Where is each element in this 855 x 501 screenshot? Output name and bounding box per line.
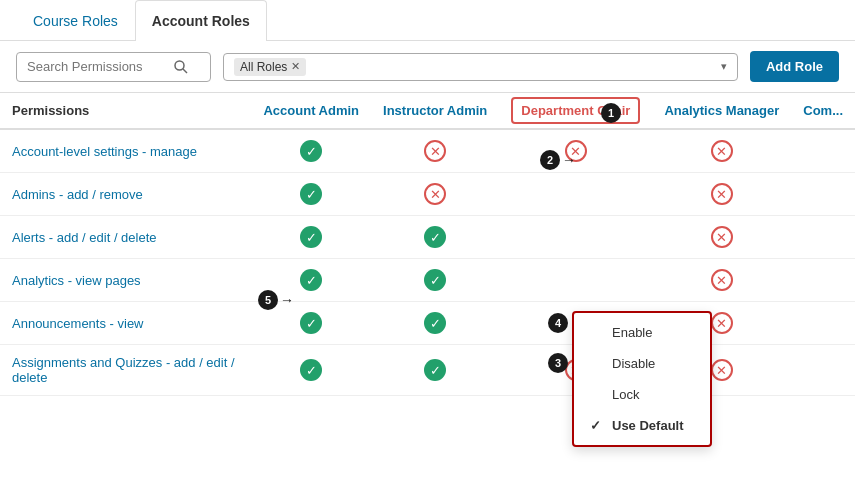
svg-line-1 [183, 69, 187, 73]
cell-ia-1[interactable]: ✕ [371, 173, 499, 216]
red-x-icon: ✕ [711, 359, 733, 381]
cell-ia-0[interactable]: ✕ [371, 129, 499, 173]
arrow-2-icon: → [562, 152, 576, 168]
table-row: Assignments and Quizzes - add / edit / d… [0, 345, 855, 396]
perm-link[interactable]: Analytics - view pages [12, 273, 141, 288]
green-check-icon: ✓ [300, 183, 322, 205]
dropdown-item-use-default[interactable]: ✓ Use Default [574, 410, 710, 441]
perm-link[interactable]: Assignments and Quizzes - add / edit / d… [12, 355, 235, 385]
tab-account-roles[interactable]: Account Roles [135, 0, 267, 41]
cell-am-3[interactable]: ✕ [652, 259, 791, 302]
col-header-instructor-admin[interactable]: Instructor Admin [371, 93, 499, 129]
checkmark-icon: ✓ [590, 418, 606, 433]
callout-badge-2: 2 → [540, 150, 576, 170]
callout-badge-1: 1 [601, 103, 621, 123]
permissions-table-container: Permissions Account Admin Instructor Adm… [0, 93, 855, 482]
cell-dc-3 [499, 259, 652, 302]
red-x-icon: ✕ [711, 183, 733, 205]
tab-course-roles[interactable]: Course Roles [16, 0, 135, 41]
green-check-icon: ✓ [300, 312, 322, 334]
dropdown-item-enable[interactable]: Enable [574, 317, 710, 348]
table-row: Alerts - add / edit / delete ✓ ✓ ✕ [0, 216, 855, 259]
table-row: Account-level settings - manage ✓ ✕ ✕ ✕ [0, 129, 855, 173]
toolbar: All Roles ✕ ▾ Add Role [0, 41, 855, 93]
col-header-dept-chair[interactable]: Department Chair [499, 93, 652, 129]
green-check-icon: ✓ [424, 269, 446, 291]
cell-aa-5[interactable]: ✓ [251, 345, 371, 396]
green-check-icon: ✓ [424, 226, 446, 248]
cell-dc-1 [499, 173, 652, 216]
top-tabs: Course Roles Account Roles [0, 0, 855, 41]
cell-aa-0[interactable]: ✓ [251, 129, 371, 173]
arrow-5-icon: → [280, 292, 294, 308]
cell-co-1 [791, 173, 855, 216]
perm-link[interactable]: Alerts - add / edit / delete [12, 230, 157, 245]
cell-aa-1[interactable]: ✓ [251, 173, 371, 216]
context-dropdown-menu: Enable Disable Lock ✓ Use Default [572, 311, 712, 447]
green-check-icon: ✓ [424, 359, 446, 381]
col-header-permissions: Permissions [0, 93, 251, 129]
col-header-comp[interactable]: Com... [791, 93, 855, 129]
green-check-icon: ✓ [424, 312, 446, 334]
cell-ia-3[interactable]: ✓ [371, 259, 499, 302]
add-role-button[interactable]: Add Role [750, 51, 839, 82]
green-check-icon: ✓ [300, 359, 322, 381]
search-icon [173, 59, 189, 75]
red-x-icon: ✕ [711, 312, 733, 334]
filter-chips[interactable]: All Roles ✕ ▾ [223, 53, 738, 81]
all-roles-chip: All Roles ✕ [234, 58, 306, 76]
svg-point-0 [175, 61, 184, 70]
search-input[interactable] [27, 59, 167, 74]
table-row: Analytics - view pages ✓ ✓ ✕ [0, 259, 855, 302]
permissions-table: Permissions Account Admin Instructor Adm… [0, 93, 855, 396]
red-x-icon: ✕ [711, 226, 733, 248]
chip-remove-icon[interactable]: ✕ [291, 60, 300, 73]
dropdown-item-lock[interactable]: Lock [574, 379, 710, 410]
callout-badge-5: 5 → [258, 290, 294, 310]
dropdown-item-disable[interactable]: Disable [574, 348, 710, 379]
cell-am-2[interactable]: ✕ [652, 216, 791, 259]
callout-badge-3: 3 [548, 353, 568, 373]
red-x-icon: ✕ [711, 140, 733, 162]
cell-am-1[interactable]: ✕ [652, 173, 791, 216]
cell-aa-2[interactable]: ✓ [251, 216, 371, 259]
cell-co-3 [791, 259, 855, 302]
cell-am-0[interactable]: ✕ [652, 129, 791, 173]
cell-ia-4[interactable]: ✓ [371, 302, 499, 345]
perm-link[interactable]: Admins - add / remove [12, 187, 143, 202]
cell-co-4 [791, 302, 855, 345]
filter-dropdown-icon[interactable]: ▾ [721, 60, 727, 73]
cell-co-0 [791, 129, 855, 173]
perm-link[interactable]: Announcements - view [12, 316, 144, 331]
red-x-icon: ✕ [424, 183, 446, 205]
green-check-icon: ✓ [300, 140, 322, 162]
cell-co-2 [791, 216, 855, 259]
table-row: Admins - add / remove ✓ ✕ ✕ [0, 173, 855, 216]
cell-ia-2[interactable]: ✓ [371, 216, 499, 259]
cell-ia-5[interactable]: ✓ [371, 345, 499, 396]
red-x-icon: ✕ [424, 140, 446, 162]
table-row: Announcements - view ✓ ✓ ✕ [0, 302, 855, 345]
green-check-icon: ✓ [300, 226, 322, 248]
green-check-icon: ✓ [300, 269, 322, 291]
col-header-account-admin[interactable]: Account Admin [251, 93, 371, 129]
callout-badge-4: 4 [548, 313, 568, 333]
col-header-analytics-manager[interactable]: Analytics Manager [652, 93, 791, 129]
search-box[interactable] [16, 52, 211, 82]
cell-dc-2 [499, 216, 652, 259]
red-x-icon: ✕ [711, 269, 733, 291]
perm-link[interactable]: Account-level settings - manage [12, 144, 197, 159]
cell-co-5 [791, 345, 855, 396]
